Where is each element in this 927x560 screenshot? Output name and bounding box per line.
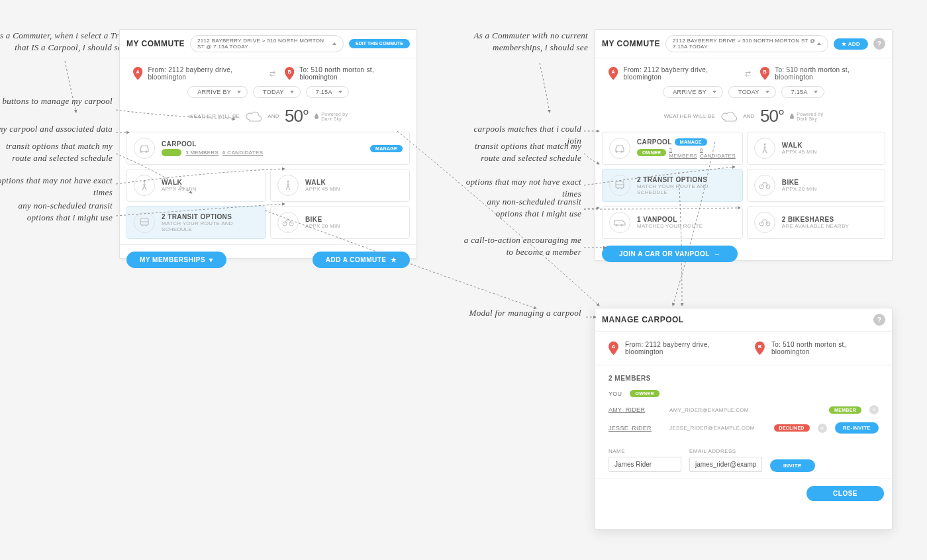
member-name[interactable]: JESSE_RIDER [609, 425, 661, 432]
help-icon[interactable]: ? [873, 38, 885, 50]
bikeshare-icon [754, 212, 775, 233]
route-dropdown[interactable]: 2112 BAYBERRY DRIVE > 510 NORTH MORTON S… [665, 35, 828, 52]
pin-a-icon: A [133, 66, 142, 81]
close-button[interactable]: CLOSE [806, 486, 884, 501]
darksky-attribution: Powered byDark Sky [789, 112, 823, 121]
pin-b-icon: B [760, 66, 769, 81]
arrive-by-select[interactable]: ARRIVE BY [187, 86, 248, 98]
swap-icon[interactable]: ⇄ [266, 66, 279, 81]
bus-icon [134, 212, 155, 233]
remove-member-button[interactable]: × [869, 405, 879, 414]
reinvite-button[interactable]: RE-INVITE [835, 422, 879, 434]
manage-carpool-modal: MANAGE CARPOOL ? A From: 2112 bayberry d… [595, 308, 893, 530]
manage-button[interactable]: MANAGE [675, 138, 707, 146]
route-label: 2112 BAYBERRY DRIVE > 510 NORTH MORTON S… [673, 38, 817, 50]
temperature: 50° [760, 106, 784, 126]
you-label: YOU [609, 391, 622, 397]
carpool-card[interactable]: CARPOOL 3 MEMBERS 6 CANDIDATES MANAGE [126, 132, 410, 165]
annotation: options that may not have exact times [0, 175, 113, 198]
chevron-down-icon: ▾ [209, 256, 213, 263]
members-link[interactable]: 3 MEMBERS [185, 150, 219, 156]
member-email: AMY_RIDER@EXAMPLE.COM [669, 407, 821, 413]
annotation: any non-scheduled transit options that i… [462, 196, 581, 219]
route-dropdown[interactable]: 2112 BAYBERRY DRIVE > 510 NORTH MORTON S… [190, 35, 344, 52]
remove-member-button[interactable]: × [818, 424, 827, 433]
temperature: 50° [285, 106, 309, 126]
darksky-attribution: Powered byDark Sky [314, 112, 348, 121]
my-commute-panel-nonmember: MY COMMUTE 2112 BAYBERRY DRIVE > 510 NOR… [595, 29, 893, 261]
time-select[interactable]: 7:15A [306, 86, 349, 98]
member-email: JESSE_RIDER@EXAMPLE.COM [669, 425, 766, 431]
vanpool-card[interactable]: 1 VANPOOLMATCHES YOUR ROUTE [602, 206, 743, 239]
annotation: buttons to manage my carpool [0, 95, 113, 107]
candidates-link[interactable]: 6 CANDIDATES [222, 150, 263, 156]
bus-icon [609, 175, 630, 196]
member-status-badge: DECLINED [774, 424, 810, 432]
walk-card[interactable]: WALKAPPX 45 MIN [270, 169, 410, 202]
weather-label: WEATHER WILL BE [664, 113, 715, 119]
svg-text:B: B [287, 69, 291, 75]
member-row: JESSE_RIDER JESSE_RIDER@EXAMPLE.COM DECL… [595, 418, 892, 438]
transit-card[interactable]: 2 TRANSIT OPTIONSMATCH YOUR ROUTE AND SC… [602, 169, 743, 202]
manage-button[interactable]: MANAGE [370, 145, 403, 152]
edit-commute-button[interactable]: EDIT THIS COMMUTE [349, 39, 410, 48]
members-link[interactable]: 3 MEMBERS [669, 147, 697, 159]
pin-a-icon: A [609, 341, 618, 355]
pin-b-icon: B [285, 66, 294, 81]
card-subtitle: APPX 45 MIN [305, 186, 403, 192]
and-label: AND [743, 113, 755, 119]
from-label: From: 2112 bayberry drive, bloomington [148, 66, 260, 81]
invite-button[interactable]: INVITE [770, 459, 815, 472]
walk-card[interactable]: WALKAPPX 45 MIN [747, 132, 885, 165]
pin-a-icon: A [609, 66, 618, 81]
card-subtitle: APPX 20 MIN [305, 223, 403, 229]
route-label: 2112 BAYBERRY DRIVE > 510 NORTH MORTON S… [197, 38, 332, 50]
arrive-by-select[interactable]: ARRIVE BY [663, 86, 723, 98]
my-commute-panel-member: MY COMMUTE 2112 BAYBERRY DRIVE > 510 NOR… [119, 29, 417, 259]
annotation: transit options that match my route and … [0, 140, 113, 163]
card-subtitle: MATCH YOUR ROUTE AND SCHEDULE [162, 220, 259, 232]
card-title: 2 TRANSIT OPTIONS [637, 176, 736, 183]
add-commute-button[interactable]: ADD A COMMUTE★ [313, 252, 410, 268]
add-button[interactable]: ★ ADD [834, 38, 868, 50]
swap-icon[interactable]: ⇄ [742, 66, 755, 81]
modal-title: MANAGE CARPOOL [602, 315, 684, 324]
name-input[interactable] [609, 457, 681, 472]
bike-icon [277, 212, 299, 233]
to-label: To: 510 north morton st, bloomington [771, 341, 879, 355]
to-label: To: 510 north morton st, bloomington [299, 66, 403, 81]
date-select[interactable]: TODAY [728, 86, 776, 98]
svg-point-7 [146, 225, 147, 226]
chevron-up-icon [817, 42, 821, 45]
arrow-right-icon: → [714, 250, 721, 257]
svg-point-3 [287, 181, 289, 183]
from-label: From: 2112 bayberry drive, bloomington [623, 66, 736, 81]
my-memberships-button[interactable]: MY MEMBERSHIPS▾ [126, 252, 226, 268]
date-select[interactable]: TODAY [253, 86, 301, 98]
email-label: EMAIL ADDRESS [689, 448, 762, 454]
member-name[interactable]: AMY_RIDER [609, 406, 661, 413]
bikeshare-card[interactable]: 2 BIKESHARESARE AVAILABLE NEARBY [747, 206, 885, 239]
owner-badge [162, 149, 181, 156]
card-subtitle: ARE AVAILABLE NEARBY [782, 223, 878, 229]
carpool-icon [609, 138, 630, 159]
time-select[interactable]: 7:15A [781, 86, 824, 98]
cloud-icon [245, 111, 262, 122]
svg-point-16 [621, 188, 622, 189]
annotation: my carpool and associated data [0, 123, 113, 135]
van-icon [609, 212, 630, 233]
walk-card[interactable]: WALKAPPX 45 MIN [126, 169, 266, 202]
from-label: From: 2112 bayberry drive, bloomington [625, 341, 742, 355]
svg-text:B: B [758, 344, 762, 350]
svg-text:A: A [611, 69, 615, 75]
transit-card[interactable]: 2 TRANSIT OPTIONSMATCH YOUR ROUTE AND SC… [126, 206, 266, 239]
and-label: AND [268, 113, 279, 119]
carpool-card[interactable]: CARPOOLMANAGE OWNER3 MEMBERS6 CANDIDATES [602, 132, 743, 165]
help-icon[interactable]: ? [873, 314, 885, 326]
candidates-link[interactable]: 6 CANDIDATES [700, 147, 736, 159]
join-pool-button[interactable]: JOIN A CAR OR VANPOOL → [602, 246, 738, 262]
email-input[interactable] [689, 457, 762, 472]
bike-card[interactable]: BIKEAPPX 20 MIN [270, 206, 410, 239]
card-title: CARPOOL [162, 140, 364, 148]
bike-card[interactable]: BIKEAPPX 20 MIN [747, 169, 885, 202]
